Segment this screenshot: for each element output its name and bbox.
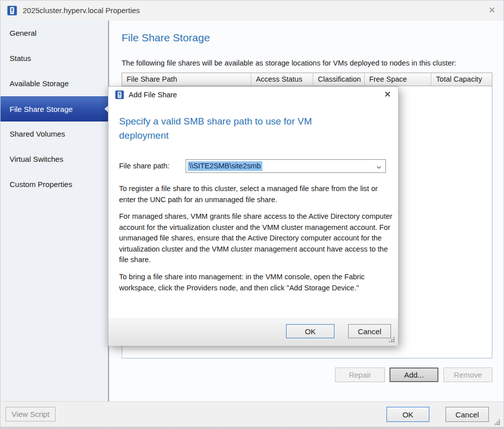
column-header-free-space[interactable]: Free Space	[365, 73, 432, 86]
sidebar-item-custom-properties[interactable]: Custom Properties	[1, 172, 108, 197]
table-header-row: File Share Path Access Status Classifica…	[122, 73, 492, 86]
dialog-titlebar: Add File Share ✕	[108, 87, 398, 103]
sidebar-item-label: Shared Volumes	[10, 130, 65, 138]
add-button[interactable]: Add...	[389, 367, 438, 382]
column-header-access-status[interactable]: Access Status	[251, 73, 313, 86]
close-icon: ✕	[384, 90, 391, 99]
dialog-close-button[interactable]: ✕	[380, 88, 395, 102]
cluster-properties-icon	[7, 6, 17, 16]
sidebar-item-file-share-storage[interactable]: File Share Storage	[1, 96, 108, 121]
dialog-cancel-button[interactable]: Cancel	[348, 324, 391, 338]
window-bottom-edge	[1, 426, 504, 429]
dialog-paragraph-register: To register a file share to this cluster…	[119, 183, 396, 205]
dialog-icon	[115, 90, 124, 99]
dialog-heading: Specify a valid SMB share path to use fo…	[119, 114, 356, 143]
file-share-path-combobox[interactable]: \\SITE2SMB\site2smb	[186, 159, 386, 173]
sidebar-item-available-storage[interactable]: Available Storage	[1, 71, 108, 96]
page-title: File Share Storage	[122, 32, 210, 44]
cancel-button[interactable]: Cancel	[445, 407, 489, 422]
sidebar-item-label: General	[10, 29, 36, 37]
sidebar-item-label: Virtual Switches	[10, 155, 63, 163]
column-header-total-capacity[interactable]: Total Capacity	[431, 73, 492, 86]
window-titlebar: 2025cluster.hyperv.local Properties ✕	[1, 1, 504, 21]
file-share-path-label: File share path:	[119, 159, 170, 173]
dialog-paragraph-bring-into-management: To bring a file share into management: i…	[119, 272, 396, 293]
sidebar-item-general[interactable]: General	[1, 21, 108, 46]
view-script-button[interactable]: View Script	[6, 407, 55, 421]
close-icon: ✕	[488, 6, 495, 15]
window-resize-grip[interactable]	[498, 423, 500, 425]
column-header-classification[interactable]: Classification	[313, 73, 365, 86]
dialog-paragraph-managed: For managed shares, VMM grants file shar…	[119, 211, 396, 266]
sidebar-item-shared-volumes[interactable]: Shared Volumes	[1, 121, 108, 147]
repair-button[interactable]: Repair	[335, 367, 385, 382]
column-header-file-share-path[interactable]: File Share Path	[122, 73, 251, 86]
chevron-down-icon[interactable]	[376, 163, 382, 169]
dialog-resize-grip[interactable]	[393, 341, 395, 342]
sidebar-item-label: File Share Storage	[10, 105, 73, 113]
dialog-footer: OK Cancel	[108, 319, 398, 346]
sidebar: General Status Available Storage File Sh…	[1, 21, 109, 401]
properties-window: 2025cluster.hyperv.local Properties ✕ Ge…	[0, 0, 504, 429]
window-title: 2025cluster.hyperv.local Properties	[23, 1, 140, 21]
remove-button[interactable]: Remove	[443, 367, 492, 382]
dialog-title: Add File Share	[129, 87, 177, 103]
window-footer: View Script OK Cancel	[1, 401, 504, 429]
sidebar-item-label: Status	[10, 54, 31, 63]
dialog-ok-button[interactable]: OK	[286, 324, 334, 338]
file-share-path-value: \\SITE2SMB\site2smb	[188, 161, 262, 171]
add-file-share-dialog: Add File Share ✕ Specify a valid SMB sha…	[108, 86, 399, 345]
sidebar-item-virtual-switches[interactable]: Virtual Switches	[1, 147, 108, 172]
window-close-button[interactable]: ✕	[483, 3, 500, 19]
sidebar-item-label: Custom Properties	[10, 180, 72, 189]
ok-button[interactable]: OK	[386, 407, 429, 422]
sidebar-item-label: Available Storage	[10, 79, 69, 88]
sidebar-item-status[interactable]: Status	[1, 46, 108, 71]
page-description: The following file shares will be availa…	[122, 59, 456, 67]
